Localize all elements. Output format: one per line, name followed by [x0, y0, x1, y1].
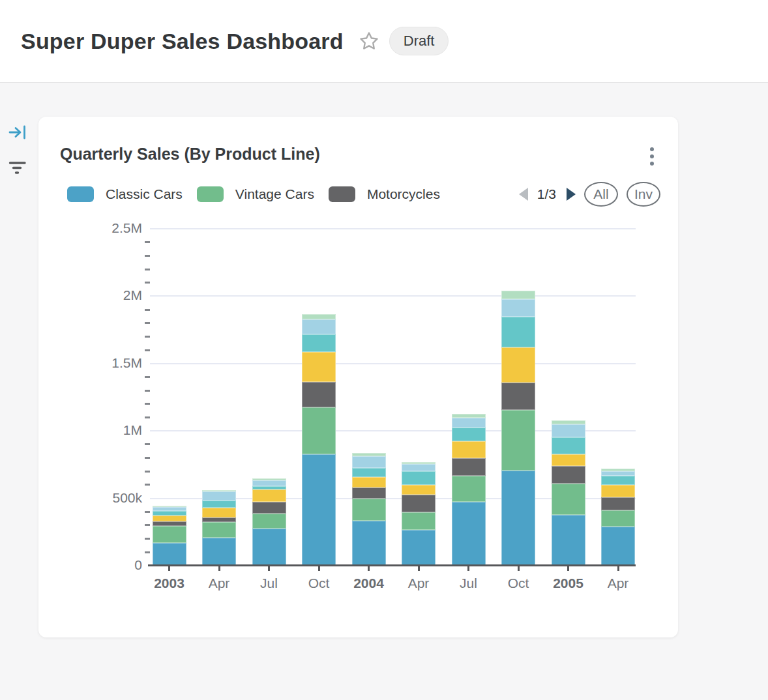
bar-segment[interactable]: [352, 468, 386, 477]
bar-segment[interactable]: [302, 352, 336, 382]
bar-segment[interactable]: [402, 512, 436, 530]
bar-segment[interactable]: [452, 441, 486, 458]
x-axis-label: Oct: [293, 576, 345, 591]
y-axis-label: 500k: [77, 490, 142, 506]
dashboard-card: Quarterly Sales (By Product Line) Classi…: [38, 117, 678, 637]
bar-segment[interactable]: [202, 538, 236, 566]
bar-segment[interactable]: [601, 469, 635, 471]
collapse-sidebar-button[interactable]: [8, 124, 27, 143]
favorite-button[interactable]: [358, 30, 380, 52]
bar-segment[interactable]: [352, 499, 386, 521]
bar-segment[interactable]: [302, 314, 336, 319]
y-axis-label: 1M: [77, 422, 142, 438]
bar-segment[interactable]: [452, 476, 486, 502]
bar-segment[interactable]: [552, 484, 585, 516]
bar-segment[interactable]: [501, 291, 535, 299]
bar-segment[interactable]: [452, 458, 486, 476]
x-axis-label: 2003: [143, 576, 196, 591]
x-axis-label: 2005: [542, 576, 595, 591]
bar-segment[interactable]: [402, 530, 436, 566]
bar-segment[interactable]: [501, 383, 535, 411]
x-axis-label: Jul: [443, 576, 495, 591]
bar-segment[interactable]: [153, 506, 186, 507]
bar-segment[interactable]: [552, 466, 585, 484]
bar-segment[interactable]: [252, 489, 286, 502]
bar-segment[interactable]: [601, 476, 635, 485]
bar-segment[interactable]: [302, 334, 336, 352]
bar-segment[interactable]: [352, 477, 386, 488]
bar-segment[interactable]: [202, 508, 236, 517]
bar-segment[interactable]: [501, 347, 535, 383]
bar-segment[interactable]: [601, 485, 635, 497]
y-minor-tick: [145, 443, 150, 445]
bar-segment[interactable]: [153, 543, 186, 566]
y-minor-tick: [145, 241, 150, 243]
bar-segment[interactable]: [402, 471, 436, 485]
bar-segment[interactable]: [153, 507, 186, 511]
x-axis-label: 2004: [343, 576, 395, 591]
bar-segment[interactable]: [501, 299, 535, 317]
y-axis-label: 0: [77, 557, 142, 573]
bar-segment[interactable]: [153, 516, 186, 521]
bar-segment[interactable]: [202, 518, 236, 522]
bar-segment[interactable]: [552, 515, 585, 566]
x-axis-label: Jul: [243, 576, 295, 591]
filter-button[interactable]: [8, 159, 27, 178]
bar-segment[interactable]: [153, 521, 186, 526]
bar-segment[interactable]: [552, 454, 585, 466]
y-minor-tick: [145, 416, 150, 418]
bar-segment[interactable]: [352, 488, 386, 499]
bar-segment[interactable]: [202, 490, 236, 491]
bar-segment[interactable]: [501, 471, 535, 566]
collapse-panel-arrow-icon: [8, 124, 27, 141]
bar-segment[interactable]: [352, 456, 386, 468]
bar-segment[interactable]: [552, 420, 585, 424]
bar-segment[interactable]: [302, 454, 336, 566]
bar-segment[interactable]: [252, 502, 286, 514]
bar-segment[interactable]: [352, 453, 386, 456]
bar-segment[interactable]: [452, 428, 486, 441]
bar-segment[interactable]: [202, 501, 236, 508]
bar-segment[interactable]: [402, 464, 436, 471]
y-minor-tick: [145, 403, 150, 405]
x-axis-tick: [518, 566, 520, 571]
y-minor-tick: [145, 376, 150, 378]
x-axis-tick: [268, 566, 270, 571]
y-minor-tick: [145, 471, 150, 473]
gridline-1.5M: [150, 363, 636, 364]
bar-segment[interactable]: [352, 521, 386, 566]
bar-segment[interactable]: [601, 510, 635, 527]
bar-segment[interactable]: [202, 491, 236, 501]
bar-segment[interactable]: [252, 480, 286, 486]
gridline-2M: [150, 295, 636, 297]
y-axis-label: 2.5M: [77, 220, 142, 236]
status-badge: Draft: [389, 27, 449, 55]
star-outline-icon: [359, 31, 379, 51]
bar-segment[interactable]: [252, 478, 286, 480]
bar-segment[interactable]: [552, 437, 585, 454]
bar-segment[interactable]: [302, 407, 336, 454]
bar-segment[interactable]: [552, 424, 585, 437]
bar-segment[interactable]: [601, 497, 635, 510]
x-axis-label: Apr: [392, 576, 445, 591]
bar-segment[interactable]: [402, 495, 436, 512]
bar-segment[interactable]: [202, 522, 236, 538]
bar-segment[interactable]: [452, 414, 486, 418]
bar-segment[interactable]: [452, 502, 486, 566]
bar-segment[interactable]: [601, 471, 635, 476]
bar-segment[interactable]: [402, 462, 436, 464]
bar-segment[interactable]: [302, 382, 336, 407]
x-axis-tick: [218, 566, 220, 571]
bar-segment[interactable]: [302, 319, 336, 334]
bar-segment[interactable]: [452, 418, 486, 428]
bar-segment[interactable]: [153, 526, 186, 543]
bar-segment[interactable]: [153, 511, 186, 516]
bar-segment[interactable]: [402, 485, 436, 495]
bar-segment[interactable]: [601, 527, 635, 566]
app-header: Super Duper Sales Dashboard Draft: [0, 0, 768, 83]
bar-segment[interactable]: [252, 514, 286, 528]
bar-segment[interactable]: [252, 529, 286, 566]
bar-segment[interactable]: [252, 486, 286, 489]
bar-segment[interactable]: [501, 410, 535, 470]
bar-segment[interactable]: [501, 317, 535, 347]
